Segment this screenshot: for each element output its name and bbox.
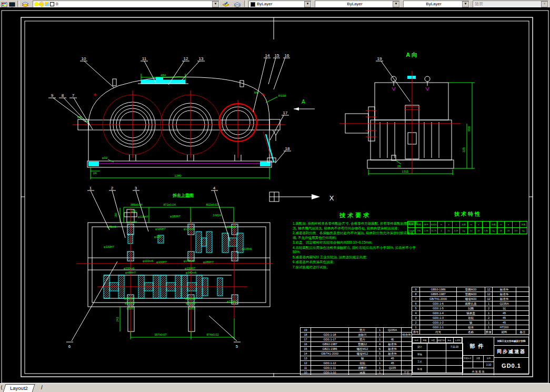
table-cell: Q235A	[384, 328, 402, 333]
tech-req-title: 技术要求	[293, 212, 418, 219]
dim-side-drain: 25	[397, 165, 401, 168]
freeze-viewport-icon[interactable]	[45, 2, 49, 6]
plotstyle-dropdown-arrow: ▼	[541, 1, 548, 7]
table-cell: 处数	[421, 338, 429, 343]
linetype-control[interactable]: ByLayer ▼	[315, 1, 400, 8]
palette-icon[interactable]	[1, 1, 7, 7]
sec-dim: φ180H7	[170, 215, 181, 218]
table-cell: 1	[485, 320, 493, 325]
table-cell: 油标尺	[349, 333, 376, 337]
dim-pad: 24	[93, 172, 97, 175]
tech-req-item: 2.减速器剖分面、各接触面及密封处均不许漏油, 箱体剖分面允许涂密封胶或水玻璃,…	[293, 231, 418, 240]
table-cell: 1	[376, 328, 384, 333]
table-cell: 质量	[490, 222, 497, 228]
tech-req-item: 4.齿轮装配后应用涂色法检查接触斑点, 圆柱齿轮沿齿高不小于30%, 沿齿长不小…	[293, 246, 418, 255]
table-cell: 齿轮	[349, 361, 376, 366]
front-view: 484 M4 R100 M8 φ32 24 1280 9 8 7 10 11 1…	[48, 53, 315, 179]
table-cell: 45	[493, 320, 516, 325]
table-cell: GD0.1-11	[311, 366, 349, 370]
table-cell: 序号	[412, 330, 420, 335]
table-cell: 轴	[457, 320, 485, 325]
tab-scroll-glyph[interactable]: ⟨	[1, 385, 3, 390]
view-arrow-label: A	[302, 99, 305, 105]
parts-list-right: 9GB93-1986垫圈M2012标准件8GB95-1987垫圈M2012标准件…	[412, 287, 529, 335]
linetype-dropdown-arrow[interactable]: ▼	[393, 1, 399, 7]
sec-dim: φ225h6	[242, 247, 252, 250]
table-cell: 标准件	[384, 342, 402, 347]
table-cell	[402, 342, 412, 347]
table-cell: 2	[485, 306, 493, 311]
balloon-14: 14	[265, 53, 270, 58]
sec-dim: φ170m6	[184, 259, 194, 263]
layer-previous-icon[interactable]	[233, 1, 242, 7]
table-cell: GD0.1-17	[311, 337, 349, 342]
sec-dim: φ484H7	[125, 271, 136, 274]
linetype-value: ByLayer	[315, 2, 393, 7]
table-cell: 17	[301, 337, 311, 342]
table-cell: 45	[384, 361, 402, 366]
layer-control[interactable]: 0 ▼	[33, 1, 219, 8]
table-cell: 标准件	[384, 347, 402, 351]
title-block-middle: 部件 阶段标记 质量 比例 1:10 共 张 第 张	[463, 337, 494, 375]
table-cell: 6	[412, 301, 420, 306]
table-cell: 3	[412, 316, 420, 320]
table-cell	[516, 297, 529, 301]
sun-icon[interactable]	[39, 2, 44, 6]
layout-tab-bar: ⟨ Layout2 /	[0, 383, 550, 392]
table-cell: 分区	[429, 338, 437, 343]
table-cell: HT200	[493, 325, 516, 330]
layer-dropdown-arrow[interactable]: ▼	[212, 1, 219, 7]
monitor-icon[interactable]	[9, 1, 15, 7]
tab-layout2[interactable]: Layout2	[3, 384, 35, 392]
sec-dim: 243	[116, 317, 119, 321]
ucs-x-label: X	[329, 194, 334, 202]
table-cell: 7-11-20	[446, 344, 463, 351]
table-cell	[446, 351, 463, 358]
table-cell: GD0.1-4	[420, 311, 457, 316]
color-control[interactable]: ByLayer ▼	[248, 1, 312, 8]
table-cell: 5.86	[482, 228, 489, 234]
drawing-canvas[interactable]: 484 M4 R100 M8 φ32 24 1280 9 8 7 10 11 1…	[0, 7, 550, 383]
sec-dim: φ130H7	[155, 227, 166, 230]
drawing-number: GD0.1	[494, 358, 528, 375]
mass-value	[473, 362, 484, 368]
sec-dim: 874±0.02	[207, 333, 219, 336]
table-cell	[516, 320, 529, 325]
table-cell: GB95-1987	[420, 292, 457, 297]
table-cell: 名称	[457, 330, 485, 335]
table-cell: 批准	[413, 366, 427, 373]
balloon-15: 15	[275, 53, 279, 58]
lineweight-control[interactable]: ByLayer ▼	[403, 1, 469, 8]
table-cell: 7	[412, 297, 420, 301]
table-cell: 10	[301, 370, 311, 375]
layers-dialog-icon[interactable]	[21, 1, 29, 7]
sec-dim: φ72	[131, 209, 136, 213]
table-cell: 18	[505, 228, 512, 234]
bulb-icon[interactable]	[34, 2, 38, 6]
title-block: 标记处数分区更改文件号签名年月日 设计7-11-20审核工艺批准 部件 阶段标记…	[412, 337, 529, 375]
table-cell	[516, 311, 529, 316]
table-cell: 螺栓M12	[349, 347, 376, 351]
table-cell: 垫圈M20	[457, 292, 485, 297]
table-cell: 18	[301, 333, 311, 337]
stage-mark-label: 阶段标记	[463, 356, 473, 361]
table-cell: GB/T41-2000	[311, 351, 349, 356]
table-cell: 1	[485, 325, 493, 330]
side-view-title: A 向	[406, 52, 417, 58]
balloon-19: 19	[377, 56, 382, 61]
table-cell	[516, 325, 529, 330]
balloon-8: 8	[62, 93, 64, 98]
dim-total-width: 1280	[174, 174, 182, 177]
balloon-3: 3	[135, 186, 137, 190]
sec-dim: φ110m6	[143, 259, 153, 263]
make-layer-current-icon[interactable]	[222, 1, 230, 7]
layer-color-swatch[interactable]	[50, 2, 54, 6]
table-cell: GD0.1-1	[420, 325, 457, 330]
lineweight-dropdown-arrow[interactable]: ▼	[462, 1, 469, 7]
section-view-title: 拆去上盖图	[172, 193, 194, 198]
sec-dim: φ110m6	[126, 220, 137, 224]
table-cell: 6	[376, 347, 384, 351]
sec-dim: φ118	[154, 235, 161, 238]
table-cell	[516, 301, 529, 306]
color-dropdown-arrow[interactable]: ▼	[304, 1, 311, 7]
